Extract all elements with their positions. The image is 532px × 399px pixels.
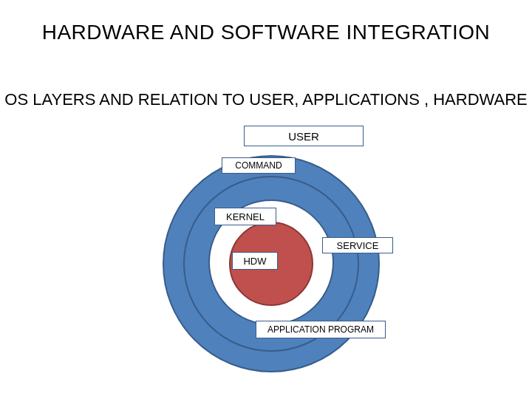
label-hdw: HDW — [232, 252, 278, 270]
page-title: HARDWARE AND SOFTWARE INTEGRATION — [0, 21, 532, 44]
label-user: USER — [244, 126, 364, 146]
label-kernel: KERNEL — [214, 208, 276, 225]
label-service: SERVICE — [322, 237, 393, 253]
label-app: APPLICATION PROGRAM — [256, 321, 386, 338]
page-subtitle: OS LAYERS AND RELATION TO USER, APPLICAT… — [0, 90, 532, 109]
diagram-stage: HARDWARE AND SOFTWARE INTEGRATION OS LAY… — [0, 0, 532, 399]
label-command: COMMAND — [222, 157, 296, 174]
